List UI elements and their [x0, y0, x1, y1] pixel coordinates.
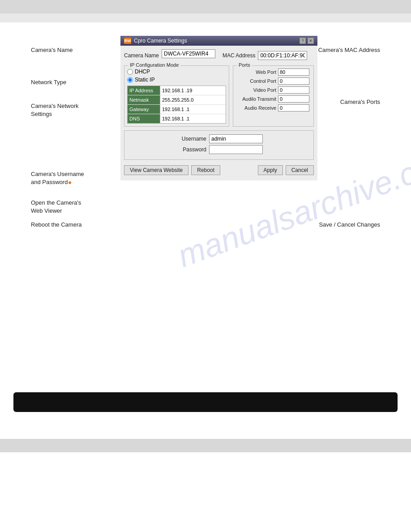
cancel-button[interactable]: Cancel [286, 165, 314, 175]
titlebar-left: BW Cpro Camera Settings [124, 38, 187, 44]
net-row-dns: DNS [128, 114, 226, 123]
dhcp-label: DHCP [135, 69, 150, 75]
ip-label: IP Address [128, 86, 160, 95]
web-port-input[interactable] [278, 69, 309, 76]
annotation-cameras-ports: Camera's Ports [340, 99, 380, 105]
username-label: Username [175, 136, 206, 142]
main-area: manualsarchive.com Camera's Name Camera'… [0, 36, 411, 439]
net-row-ip: IP Address [128, 86, 226, 95]
video-port-row: Video Port [236, 86, 311, 94]
right-buttons: Apply Cancel [258, 165, 314, 175]
mac-address-input[interactable] [258, 51, 307, 60]
bottom-bar [0, 439, 411, 452]
dhcp-radio-row: DHCP [127, 69, 226, 75]
dns-label: DNS [128, 114, 160, 123]
ip-config-box: IP Configuration Mode DHCP Static IP [124, 65, 229, 127]
two-col-section: IP Configuration Mode DHCP Static IP [124, 65, 314, 127]
dialog-title: Cpro Camera Settings [134, 38, 187, 44]
annotation-open-viewer: Open the Camera's Web Viewer [31, 199, 81, 215]
close-button[interactable]: ✕ [308, 38, 314, 44]
left-buttons: View Camera Website Reboot [124, 165, 220, 175]
control-port-label: Control Port [236, 78, 276, 84]
password-input[interactable] [209, 145, 263, 154]
web-port-row: Web Port [236, 69, 311, 76]
view-camera-button[interactable]: View Camera Website [124, 165, 188, 175]
control-port-input[interactable] [278, 77, 309, 85]
audio-transmit-row: Audilo Transmit [236, 95, 311, 103]
credential-dot [68, 181, 71, 184]
video-port-input[interactable] [278, 86, 309, 94]
bottom-black-bar [13, 392, 398, 412]
titlebar-buttons[interactable]: ? ✕ [300, 38, 314, 44]
netmask-input[interactable] [160, 95, 226, 104]
top-bar [0, 0, 411, 13]
audio-receive-input[interactable] [278, 104, 309, 112]
camera-settings-dialog: BW Cpro Camera Settings ? ✕ Camera Name [120, 36, 317, 180]
annotation-reboot: Reboot the Camera [31, 221, 81, 228]
dialog-body: Camera Name MAC Address IP Configuration… [120, 46, 317, 180]
ip-config-title: IP Configuration Mode [128, 62, 180, 68]
ports-box: Ports Web Port Control Port [233, 65, 314, 127]
camera-name-input[interactable] [162, 49, 215, 58]
net-row-gateway: Gateway [128, 105, 226, 114]
gateway-input[interactable] [160, 105, 226, 114]
annotation-network-type: Network Type [31, 79, 66, 86]
reboot-button[interactable]: Reboot [191, 165, 220, 175]
control-port-row: Control Port [236, 77, 311, 85]
static-radio-row: Static IP [127, 77, 226, 83]
static-radio[interactable] [127, 77, 133, 83]
password-row: Password [130, 145, 308, 154]
username-row: Username [130, 134, 308, 143]
audio-transmit-input[interactable] [278, 95, 309, 103]
gateway-label: Gateway [128, 105, 160, 114]
dns-input[interactable] [160, 114, 226, 123]
help-button[interactable]: ? [300, 38, 306, 44]
credentials-section: Username Password [124, 130, 314, 160]
net-row-netmask: Netmask [128, 95, 226, 105]
audio-receive-row: Audio Receive [236, 104, 311, 112]
annotation-credentials: Camera's Username and Password [31, 170, 84, 186]
bottom-buttons: View Camera Website Reboot Apply Cancel [124, 163, 314, 177]
username-input[interactable] [209, 134, 263, 143]
mac-address-label: MAC Address [223, 52, 255, 59]
apply-button[interactable]: Apply [258, 165, 283, 175]
netmask-label: Netmask [128, 95, 160, 104]
audio-transmit-label: Audilo Transmit [236, 96, 276, 102]
audio-receive-label: Audio Receive [236, 105, 276, 111]
ports-title: Ports [237, 62, 252, 68]
net-settings: IP Address Netmask Gatew [127, 86, 226, 124]
bw-logo: BW [124, 38, 131, 44]
video-port-label: Video Port [236, 87, 276, 93]
mac-address-section: MAC Address [223, 51, 307, 60]
password-label: Password [175, 146, 206, 153]
camera-name-mac-row: Camera Name MAC Address [124, 49, 314, 62]
mid-bar [0, 13, 411, 22]
dhcp-radio[interactable] [127, 69, 133, 75]
annotation-cameras-network: Camera's Network Settings [31, 102, 79, 118]
annotation-cameras-name: Camera's Name [31, 47, 73, 53]
web-port-label: Web Port [236, 69, 276, 75]
camera-name-label: Camera Name [124, 52, 159, 59]
dialog-titlebar: BW Cpro Camera Settings ? ✕ [120, 36, 317, 46]
ip-input[interactable] [160, 86, 226, 95]
annotation-cameras-mac: Camera's MAC Address [318, 47, 380, 53]
annotation-save-cancel: Save / Cancel Changes [319, 221, 380, 228]
static-label: Static IP [135, 77, 155, 83]
